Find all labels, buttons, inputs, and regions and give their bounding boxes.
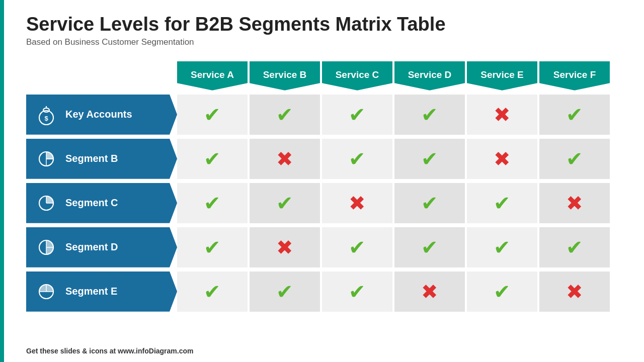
row-cells-segment-c: ✔ ✔ ✖ ✔ ✔ ✖ xyxy=(177,183,624,223)
cell: ✖ xyxy=(539,183,610,223)
row-label-segment-c: Segment C xyxy=(26,183,177,223)
cross-icon: ✖ xyxy=(566,282,583,302)
row-label-segment-d: Segment D xyxy=(26,227,177,267)
cross-icon: ✖ xyxy=(566,193,583,213)
matrix-table: Service A Service B Service C Service D … xyxy=(0,61,644,312)
cell: ✖ xyxy=(322,183,392,223)
cross-icon: ✖ xyxy=(349,193,366,213)
table-row: Segment C ✔ ✔ ✖ ✔ ✔ ✖ xyxy=(26,183,624,223)
cell: ✔ xyxy=(394,227,465,267)
cell: ✔ xyxy=(177,227,248,267)
row-name-key-accounts: Key Accounts xyxy=(65,109,132,120)
table-row: $ Key Accounts ✔ ✔ ✔ ✔ ✖ ✔ xyxy=(26,95,624,135)
pie-chart-icon xyxy=(34,191,58,215)
cell: ✔ xyxy=(467,183,537,223)
check-icon: ✔ xyxy=(494,282,511,302)
service-headers-row: Service A Service B Service C Service D … xyxy=(177,61,624,90)
left-accent-bar xyxy=(0,0,4,362)
check-icon: ✔ xyxy=(421,149,438,169)
check-icon: ✔ xyxy=(566,237,583,257)
cross-icon: ✖ xyxy=(494,105,511,125)
service-header-c: Service C xyxy=(322,61,392,90)
cell: ✖ xyxy=(250,139,320,179)
pie-chart-icon xyxy=(34,147,58,171)
pie-chart-icon xyxy=(34,235,58,259)
cell: ✖ xyxy=(250,227,320,267)
cell: ✖ xyxy=(394,272,465,312)
check-icon: ✔ xyxy=(276,282,293,302)
row-cells-segment-d: ✔ ✖ ✔ ✔ ✔ ✔ xyxy=(177,227,624,267)
check-icon: ✔ xyxy=(276,105,293,125)
cell: ✔ xyxy=(539,95,610,135)
page-title: Service Levels for B2B Segments Matrix T… xyxy=(26,14,624,35)
row-name-segment-c: Segment C xyxy=(65,197,118,209)
footer-brand: infoDiagram xyxy=(136,347,177,355)
row-cells-segment-b: ✔ ✖ ✔ ✔ ✖ ✔ xyxy=(177,139,624,179)
data-rows: $ Key Accounts ✔ ✔ ✔ ✔ ✖ ✔ xyxy=(26,95,624,312)
cell: ✔ xyxy=(177,95,248,135)
check-icon: ✔ xyxy=(276,193,293,213)
cell: ✔ xyxy=(322,139,392,179)
row-name-segment-b: Segment B xyxy=(65,153,118,164)
footer-text: Get these slides & icons at www.infoDiag… xyxy=(26,347,193,355)
check-icon: ✔ xyxy=(494,193,511,213)
check-icon: ✔ xyxy=(421,105,438,125)
cell: ✔ xyxy=(250,272,320,312)
row-label-segment-b: Segment B xyxy=(26,139,177,179)
cell: ✔ xyxy=(322,272,392,312)
check-icon: ✔ xyxy=(349,237,366,257)
check-icon: ✔ xyxy=(349,282,366,302)
cross-icon: ✖ xyxy=(276,149,293,169)
cell: ✔ xyxy=(322,95,392,135)
cell: ✔ xyxy=(177,272,248,312)
service-header-d: Service D xyxy=(394,61,465,90)
cell: ✔ xyxy=(177,139,248,179)
service-header-b: Service B xyxy=(250,61,320,90)
row-cells-segment-e: ✔ ✔ ✔ ✖ ✔ ✖ xyxy=(177,272,624,312)
table-row: Segment D ✔ ✖ ✔ ✔ ✔ ✔ xyxy=(26,227,624,267)
check-icon: ✔ xyxy=(566,149,583,169)
money-bag-icon: $ xyxy=(34,103,58,127)
cell: ✔ xyxy=(394,139,465,179)
check-icon: ✔ xyxy=(494,237,511,257)
cross-icon: ✖ xyxy=(494,149,511,169)
cell: ✖ xyxy=(467,95,537,135)
page-subtitle: Based on Business Customer Segmentation xyxy=(26,37,624,47)
check-icon: ✔ xyxy=(204,149,221,169)
row-name-segment-d: Segment D xyxy=(65,241,118,253)
cell: ✔ xyxy=(394,95,465,135)
cell: ✔ xyxy=(322,227,392,267)
row-label-key-accounts: $ Key Accounts xyxy=(26,95,177,135)
cell: ✔ xyxy=(467,227,537,267)
page-header: Service Levels for B2B Segments Matrix T… xyxy=(0,0,644,52)
check-icon: ✔ xyxy=(204,193,221,213)
check-icon: ✔ xyxy=(566,105,583,125)
cell: ✔ xyxy=(539,227,610,267)
cell: ✔ xyxy=(250,95,320,135)
row-label-segment-e: Segment E xyxy=(26,272,177,312)
cell: ✔ xyxy=(177,183,248,223)
service-header-a: Service A xyxy=(177,61,248,90)
pie-chart-icon xyxy=(34,280,58,304)
table-row: Segment E ✔ ✔ ✔ ✖ ✔ ✖ xyxy=(26,272,624,312)
cell: ✔ xyxy=(250,183,320,223)
check-icon: ✔ xyxy=(204,282,221,302)
check-icon: ✔ xyxy=(349,105,366,125)
svg-text:$: $ xyxy=(44,115,48,122)
check-icon: ✔ xyxy=(204,105,221,125)
table-row: Segment B ✔ ✖ ✔ ✔ ✖ ✔ xyxy=(26,139,624,179)
cell: ✖ xyxy=(539,272,610,312)
cell: ✔ xyxy=(467,272,537,312)
row-cells-key-accounts: ✔ ✔ ✔ ✔ ✖ ✔ xyxy=(177,95,624,135)
cell: ✔ xyxy=(539,139,610,179)
cross-icon: ✖ xyxy=(276,237,293,257)
check-icon: ✔ xyxy=(421,237,438,257)
check-icon: ✔ xyxy=(349,149,366,169)
footer: Get these slides & icons at www.infoDiag… xyxy=(26,347,193,355)
cell: ✔ xyxy=(394,183,465,223)
cell: ✖ xyxy=(467,139,537,179)
row-name-segment-e: Segment E xyxy=(65,286,117,297)
service-header-e: Service E xyxy=(467,61,537,90)
check-icon: ✔ xyxy=(421,193,438,213)
check-icon: ✔ xyxy=(204,237,221,257)
